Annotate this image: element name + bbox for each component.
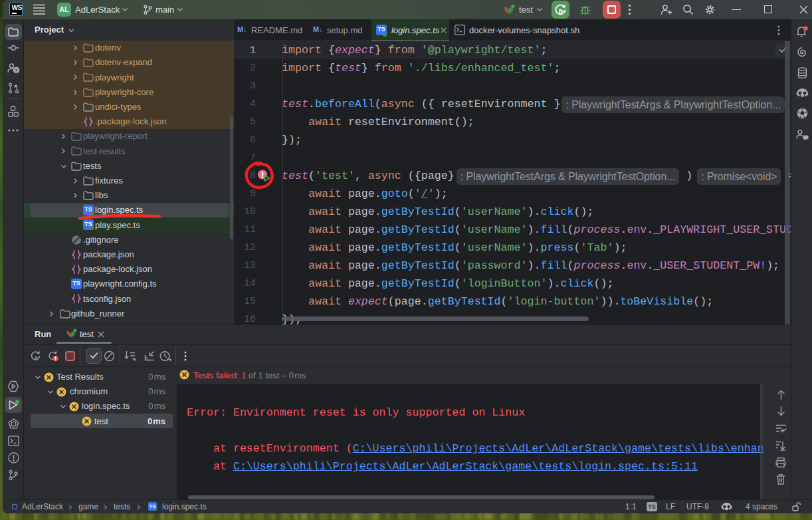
svg-text:?: ? (15, 68, 18, 74)
